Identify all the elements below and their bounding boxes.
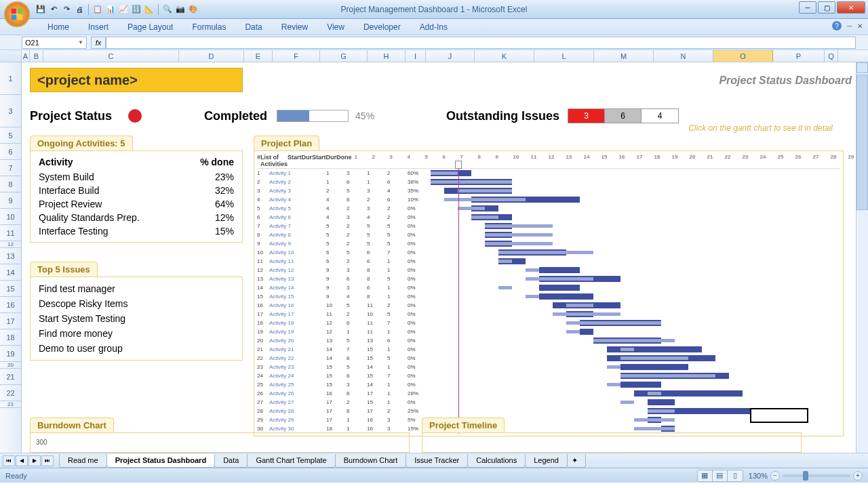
ribbon-tab-formulas[interactable]: Formulas <box>182 20 235 35</box>
selected-cell[interactable] <box>750 408 808 423</box>
column-header[interactable]: A <box>22 50 30 62</box>
worksheet-cells[interactable]: <project name> Project Status Dashboard … <box>22 62 868 453</box>
qat-icon[interactable]: 📋 <box>92 4 103 15</box>
undo-icon[interactable]: ↶ <box>48 4 59 15</box>
sheet-tab[interactable]: Legend <box>525 454 568 468</box>
row-header[interactable]: 20 <box>0 362 21 369</box>
ribbon-tab-insert[interactable]: Insert <box>79 20 118 35</box>
timeline-chart[interactable] <box>422 432 802 453</box>
done-header: % done <box>200 157 234 167</box>
row-header[interactable]: 23 <box>0 401 21 408</box>
qat-icon[interactable]: 🔢 <box>131 4 142 15</box>
zoom-out-button[interactable]: − <box>770 471 780 481</box>
ribbon-tab-home[interactable]: Home <box>38 20 79 35</box>
save-icon[interactable]: 💾 <box>35 4 46 15</box>
column-header[interactable]: N <box>654 50 713 62</box>
first-sheet-button[interactable]: ⏮ <box>3 455 15 466</box>
vertical-scrollbar[interactable] <box>856 62 868 453</box>
close-workbook-icon[interactable]: ✕ <box>857 22 863 30</box>
sheet-tab[interactable]: Read me <box>59 454 107 468</box>
last-sheet-button[interactable]: ⏭ <box>41 455 54 466</box>
print-icon[interactable]: 🖨 <box>74 4 85 15</box>
column-header[interactable]: O <box>713 50 773 62</box>
ribbon-tab-page-layout[interactable]: Page Layout <box>118 20 182 35</box>
zoom-in-button[interactable]: + <box>853 471 863 481</box>
project-name-cell[interactable]: <project name> <box>30 68 243 92</box>
select-all-button[interactable] <box>0 50 22 62</box>
column-header[interactable]: I <box>406 50 426 62</box>
ribbon-tab-data[interactable]: Data <box>235 20 271 35</box>
row-header[interactable]: 1 <box>0 62 21 95</box>
minimize-button[interactable]: ─ <box>799 1 816 14</box>
next-sheet-button[interactable]: ▶ <box>28 455 41 466</box>
row-header[interactable]: 5 <box>0 127 21 144</box>
sheet-tab[interactable]: Calculations <box>467 454 526 468</box>
column-header[interactable]: M <box>594 50 654 62</box>
column-header[interactable]: H <box>368 50 406 62</box>
office-button[interactable] <box>4 1 30 27</box>
qat-icon[interactable]: 🎨 <box>188 4 199 15</box>
minimize-ribbon-icon[interactable]: ─ <box>847 22 852 30</box>
svg-rect-3 <box>18 15 22 20</box>
row-header[interactable]: 12 <box>0 241 21 248</box>
sheet-tab[interactable]: Gantt Chart Template <box>247 454 335 468</box>
new-sheet-button[interactable]: ✦ <box>567 454 586 468</box>
column-header[interactable]: B <box>30 50 43 62</box>
maximize-button[interactable]: ▢ <box>818 1 835 14</box>
help-icon[interactable]: ? <box>832 21 842 30</box>
column-header[interactable]: P <box>773 50 825 62</box>
column-header[interactable]: K <box>475 50 534 62</box>
row-header[interactable]: 8 <box>0 176 21 192</box>
column-header[interactable]: Q <box>825 50 838 62</box>
qat-icon[interactable]: 📈 <box>118 4 129 15</box>
gantt-row: 5Activity 542320% <box>257 204 840 213</box>
ribbon-tab-add-ins[interactable]: Add-Ins <box>410 20 457 35</box>
redo-icon[interactable]: ↷ <box>61 4 72 15</box>
ribbon-tab-developer[interactable]: Developer <box>354 20 410 35</box>
row-header[interactable]: 13 <box>0 248 21 264</box>
name-box[interactable]: O21▼ <box>22 37 87 49</box>
row-header[interactable]: 16 <box>0 297 21 313</box>
formula-bar[interactable] <box>106 37 856 49</box>
fx-button[interactable]: fx <box>91 37 106 49</box>
ribbon-tab-view[interactable]: View <box>317 20 354 35</box>
zoom-slider[interactable] <box>783 474 850 477</box>
qat-icon[interactable]: 🔍 <box>162 4 173 15</box>
column-header[interactable]: E <box>244 50 273 62</box>
page-break-view-button[interactable]: ▯ <box>728 470 743 481</box>
close-button[interactable]: ✕ <box>837 1 865 14</box>
ribbon-tab-review[interactable]: Review <box>272 20 317 35</box>
qat-icon[interactable]: 📐 <box>144 4 155 15</box>
row-header[interactable]: 10 <box>0 209 21 225</box>
row-header[interactable]: 18 <box>0 329 21 346</box>
row-header[interactable]: 7 <box>0 160 21 176</box>
qat-icon[interactable]: 📊 <box>105 4 116 15</box>
column-header[interactable]: J <box>426 50 475 62</box>
column-header[interactable]: D <box>179 50 244 62</box>
qat-icon[interactable]: 📷 <box>175 4 186 15</box>
prev-sheet-button[interactable]: ◀ <box>16 455 28 466</box>
column-header[interactable]: G <box>320 50 368 62</box>
row-header[interactable]: 11 <box>0 225 21 241</box>
normal-view-button[interactable]: ▦ <box>698 470 713 481</box>
row-header[interactable]: 17 <box>0 313 21 329</box>
sheet-tab[interactable]: Data <box>214 454 248 468</box>
row-header[interactable]: 3 <box>0 95 21 127</box>
row-header[interactable]: 15 <box>0 281 21 297</box>
sheet-tab[interactable]: Project Status Dashboard <box>106 454 215 468</box>
sheet-tab[interactable]: Burndown Chart <box>335 454 407 468</box>
sheet-tab[interactable]: Issue Tracker <box>406 454 468 468</box>
gantt-chart[interactable]: #List of ActivitiesStartDurStartDurDone1… <box>254 150 844 436</box>
zoom-level[interactable]: 130% <box>749 472 768 480</box>
row-header[interactable]: 22 <box>0 385 21 401</box>
burndown-chart[interactable]: 300 <box>30 432 410 453</box>
page-layout-view-button[interactable]: ▤ <box>713 470 728 481</box>
column-header[interactable]: C <box>43 50 179 62</box>
row-header[interactable]: 6 <box>0 144 21 160</box>
row-header[interactable]: 9 <box>0 192 21 209</box>
row-header[interactable]: 14 <box>0 264 21 281</box>
column-header[interactable]: L <box>534 50 594 62</box>
row-header[interactable]: 21 <box>0 369 21 385</box>
column-header[interactable]: F <box>273 50 320 62</box>
row-header[interactable]: 19 <box>0 346 21 362</box>
